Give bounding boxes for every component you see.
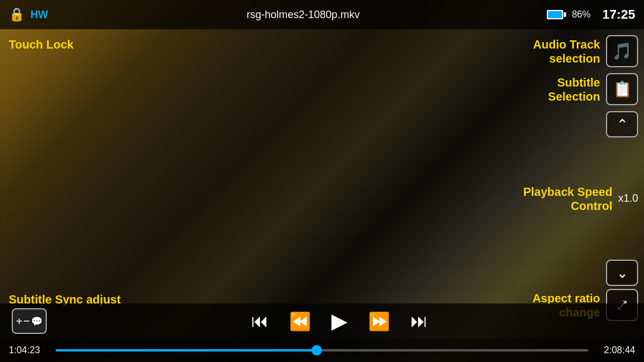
audio-track-label: Audio Track selection [533,37,600,65]
play-icon: ▶ [331,309,348,333]
scroll-up-button[interactable]: ⌃ [606,111,638,137]
battery-body [547,10,563,19]
skip-to-start-button[interactable]: ⏮ [251,311,269,331]
touch-lock-label: Touch Lock [9,38,74,51]
playback-controls: ⏮ ⏪ ▶ ⏩ ⏭ [47,309,632,333]
battery-percent: 86% [572,9,591,20]
scroll-down-button[interactable]: ⌄ [606,260,638,286]
skip-to-end-button[interactable]: ⏭ [410,311,428,331]
time-display: 17:25 [602,7,635,22]
subtitle-button[interactable]: 📋 [606,73,638,105]
battery-tip [564,12,566,17]
rewind-icon: ⏪ [289,311,311,332]
total-time: 2:08:44 [597,345,635,356]
progress-thumb[interactable] [311,345,322,356]
battery-area: 86% 17:25 [547,7,635,22]
fast-forward-button[interactable]: ⏩ [368,311,390,332]
lock-icon: 🔒 [9,7,25,22]
chevron-down-icon: ⌄ [616,265,628,281]
subtitle-doc-icon: 📋 [613,80,632,98]
audio-icon: 🎵 [612,42,632,61]
comment-icon: 💬 [31,316,43,327]
bottom-controls-bar: + − 💬 ⏮ ⏪ ▶ ⏩ ⏭ [0,304,644,339]
audio-track-section: Audio Track selection 🎵 [492,29,644,70]
playback-speed-label: Playback Speed Control [523,185,612,213]
top-bar: 🔒 HW rsg-holmes2-1080p.mkv 86% 17:25 [0,0,644,29]
current-time: 1:04:23 [9,345,47,356]
play-button[interactable]: ▶ [331,309,348,333]
subtitle-sync-button[interactable]: + − 💬 [12,308,47,334]
fast-forward-icon: ⏩ [368,311,390,332]
subtitle-label: Subtitle Selection [548,75,600,104]
plus-minus-icon: + [16,315,22,327]
right-panel: Audio Track selection 🎵 Subtitle Selecti… [492,29,644,327]
speed-value: x1.0 [618,192,638,205]
filename: rsg-holmes2-1080p.mkv [60,9,547,21]
skip-prev-icon: ⏮ [251,311,269,331]
subtitle-section: Subtitle Selection 📋 [492,70,644,108]
progress-bar-area: 1:04:23 2:08:44 [0,339,644,362]
audio-track-button[interactable]: 🎵 [606,35,638,67]
playback-section: Playback Speed Control x1.0 [492,137,644,254]
rewind-button[interactable]: ⏪ [289,311,311,332]
chevron-up-icon: ⌃ [616,116,628,133]
hw-label: HW [30,9,48,21]
progress-fill [56,349,317,351]
battery-icon [547,10,566,19]
skip-next-icon: ⏭ [410,311,428,331]
minus-icon: − [23,315,30,327]
progress-track[interactable] [56,349,588,351]
